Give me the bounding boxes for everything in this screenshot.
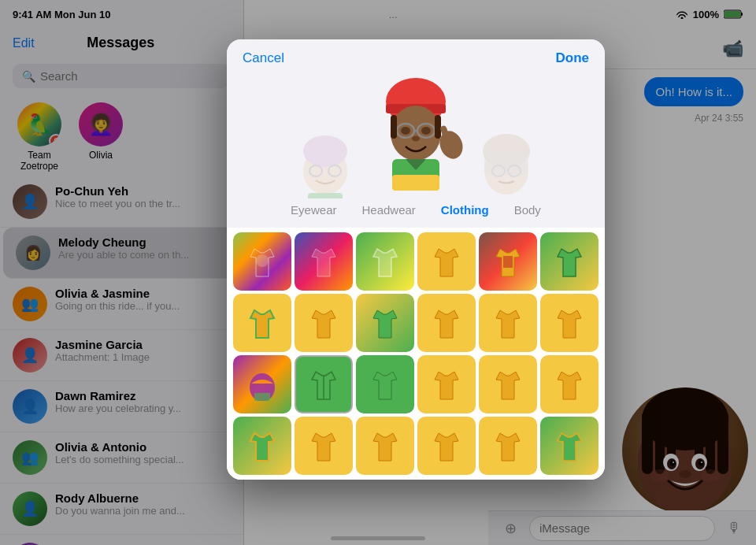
svg-rect-35 xyxy=(391,115,397,139)
clothing-item-20[interactable] xyxy=(356,417,414,475)
svg-rect-26 xyxy=(308,193,343,198)
clothing-item-17[interactable] xyxy=(540,355,598,413)
clothing-item-14[interactable] xyxy=(356,355,414,413)
svg-point-47 xyxy=(256,254,269,267)
clothing-item-6[interactable] xyxy=(233,294,291,352)
clothing-grid xyxy=(227,228,605,480)
ipad-background: 9:41 AM Mon Jun 10 ... 100% Edit Message… xyxy=(0,0,756,545)
tab-eyewear[interactable]: Eyewear xyxy=(278,200,349,221)
modal-overlay: Cancel Done xyxy=(0,0,756,545)
clothing-item-11[interactable] xyxy=(540,294,598,352)
svg-rect-50 xyxy=(254,393,270,401)
clothing-item-2[interactable] xyxy=(356,232,414,291)
svg-rect-44 xyxy=(484,151,528,175)
svg-rect-41 xyxy=(392,175,439,191)
svg-point-34 xyxy=(421,127,431,135)
clothing-item-21[interactable] xyxy=(417,417,476,475)
svg-point-23 xyxy=(303,135,347,167)
svg-point-33 xyxy=(401,127,410,135)
svg-point-37 xyxy=(412,136,420,142)
modal-header: Cancel Done xyxy=(227,39,605,66)
clothing-item-19[interactable] xyxy=(295,417,353,475)
category-tabs: Eyewear Headwear Clothing Body xyxy=(227,197,605,228)
cancel-button[interactable]: Cancel xyxy=(243,50,284,66)
tab-headwear[interactable]: Headwear xyxy=(349,200,428,221)
clothing-item-3[interactable] xyxy=(417,232,476,291)
svg-rect-48 xyxy=(503,256,513,268)
preview-memoji-center xyxy=(365,74,467,192)
clothing-item-22[interactable] xyxy=(479,417,537,475)
clothing-item-13-selected[interactable] xyxy=(295,355,353,413)
clothing-item-12[interactable] xyxy=(233,355,291,413)
clothing-item-16[interactable] xyxy=(479,355,537,413)
preview-memoji-left xyxy=(294,129,357,192)
clothing-item-4[interactable] xyxy=(479,232,537,291)
home-indicator xyxy=(331,536,425,540)
done-button[interactable]: Done xyxy=(555,50,589,66)
memoji-customizer-modal: Cancel Done xyxy=(227,39,605,480)
clothing-item-18[interactable] xyxy=(233,417,291,475)
clothing-item-7[interactable] xyxy=(295,294,353,352)
svg-rect-36 xyxy=(435,115,441,139)
clothing-item-15[interactable] xyxy=(417,355,476,413)
clothing-item-9[interactable] xyxy=(417,294,476,352)
clothing-item-1[interactable] xyxy=(295,232,353,291)
tab-body[interactable]: Body xyxy=(502,200,554,221)
clothing-item-8[interactable] xyxy=(356,294,414,352)
clothing-item-10[interactable] xyxy=(479,294,537,352)
tab-clothing[interactable]: Clothing xyxy=(428,200,502,221)
clothing-item-0[interactable] xyxy=(233,232,291,291)
clothing-item-5[interactable] xyxy=(540,232,598,291)
preview-memoji-right xyxy=(475,129,538,192)
memoji-preview-row xyxy=(227,66,605,197)
clothing-item-23[interactable] xyxy=(540,417,598,475)
